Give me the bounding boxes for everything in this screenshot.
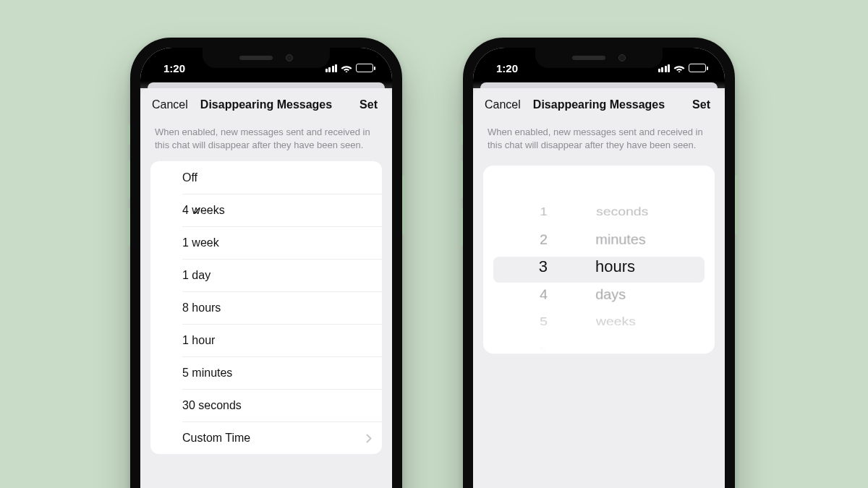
front-camera (618, 54, 626, 61)
wifi-icon (673, 64, 685, 72)
option-off[interactable]: Off (150, 161, 382, 194)
option-label: 5 minutes (182, 367, 232, 380)
modal-title: Disappearing Messages (533, 98, 665, 111)
set-button[interactable]: Set (668, 98, 713, 111)
time-picker[interactable]: 1 2 3 4 5 6 seconds minutes hours days w… (483, 166, 715, 354)
option-1-hour[interactable]: 1 hour (182, 324, 382, 356)
status-time: 1:20 (496, 62, 518, 74)
volume-up-button (460, 160, 463, 198)
phone-mockup-right: 1:20 Cancel Disappearing Messages Set Wh… (463, 38, 735, 488)
picker-option[interactable]: 2 (540, 230, 548, 249)
cancel-button[interactable]: Cancel (152, 98, 197, 111)
picker-option[interactable]: 6 (540, 344, 547, 354)
checkmark-icon: ✓ (192, 204, 202, 218)
mute-switch (460, 124, 463, 145)
status-time: 1:20 (163, 62, 185, 74)
picker-option[interactable]: days (595, 285, 626, 304)
phone-screen: 1:20 Cancel Disappearing Messages Set Wh… (473, 48, 725, 488)
description-text: When enabled, new messages sent and rece… (473, 120, 725, 161)
option-5-minutes[interactable]: 5 minutes (182, 356, 382, 389)
option-label: 8 hours (182, 301, 221, 314)
modal-sheet: Cancel Disappearing Messages Set When en… (473, 88, 725, 488)
option-label: Custom Time (182, 432, 250, 445)
option-label: 4 weeks (182, 204, 225, 217)
option-8-hours[interactable]: 8 hours (182, 291, 382, 324)
speaker-grille (239, 56, 273, 60)
volume-down-button (127, 208, 130, 246)
picker-option-selected[interactable]: hours (595, 257, 635, 277)
option-4-weeks[interactable]: ✓ 4 weeks (182, 194, 382, 226)
speaker-grille (572, 56, 605, 60)
battery-icon (689, 64, 706, 72)
sheet-backdrop (140, 81, 392, 88)
option-1-week[interactable]: 1 week (182, 226, 382, 259)
picker-option[interactable]: weeks (596, 314, 636, 329)
modal-nav: Cancel Disappearing Messages Set (140, 88, 392, 120)
modal-sheet: Cancel Disappearing Messages Set When en… (140, 88, 392, 488)
phone-mockup-left: 1:20 Cancel Disappearing Messages Set Wh… (130, 38, 402, 488)
picker-option[interactable]: 5 (540, 314, 548, 329)
cancel-button[interactable]: Cancel (485, 98, 529, 111)
modal-nav: Cancel Disappearing Messages Set (473, 88, 725, 120)
picker-option[interactable]: minutes (595, 230, 645, 249)
option-label: 1 day (182, 269, 210, 282)
mute-switch (127, 124, 130, 145)
notch (203, 48, 330, 68)
chevron-right-icon (366, 434, 372, 443)
option-label: Off (182, 171, 197, 184)
power-button (735, 175, 738, 234)
sheet-backdrop (473, 81, 725, 88)
set-button[interactable]: Set (336, 98, 380, 111)
option-label: 1 week (182, 236, 219, 249)
picker-option-selected[interactable]: 3 (539, 257, 548, 277)
cellular-icon (658, 64, 671, 72)
option-custom-time[interactable]: Custom Time (182, 421, 382, 454)
battery-icon (356, 64, 373, 72)
option-1-day[interactable]: 1 day (182, 259, 382, 291)
modal-title: Disappearing Messages (200, 98, 332, 111)
picker-column-number[interactable]: 1 2 3 4 5 6 (530, 166, 552, 354)
options-list: Off ✓ 4 weeks 1 week 1 day 8 hours 1 hou… (150, 161, 382, 454)
option-30-seconds[interactable]: 30 seconds (182, 389, 382, 421)
option-label: 30 seconds (182, 399, 242, 412)
notch (535, 48, 663, 68)
volume-up-button (127, 160, 130, 198)
picker-option[interactable]: seconds (596, 204, 648, 219)
picker-option[interactable]: 1 (540, 204, 548, 219)
option-label: 1 hour (182, 334, 215, 347)
description-text: When enabled, new messages sent and rece… (140, 120, 392, 161)
cellular-icon (326, 64, 338, 72)
picker-column-unit[interactable]: seconds minutes hours days weeks (595, 166, 668, 354)
phone-screen: 1:20 Cancel Disappearing Messages Set Wh… (140, 48, 392, 488)
picker-option[interactable]: 4 (540, 285, 548, 304)
wifi-icon (341, 64, 352, 72)
front-camera (286, 54, 293, 61)
power-button (402, 175, 405, 234)
volume-down-button (460, 208, 463, 246)
